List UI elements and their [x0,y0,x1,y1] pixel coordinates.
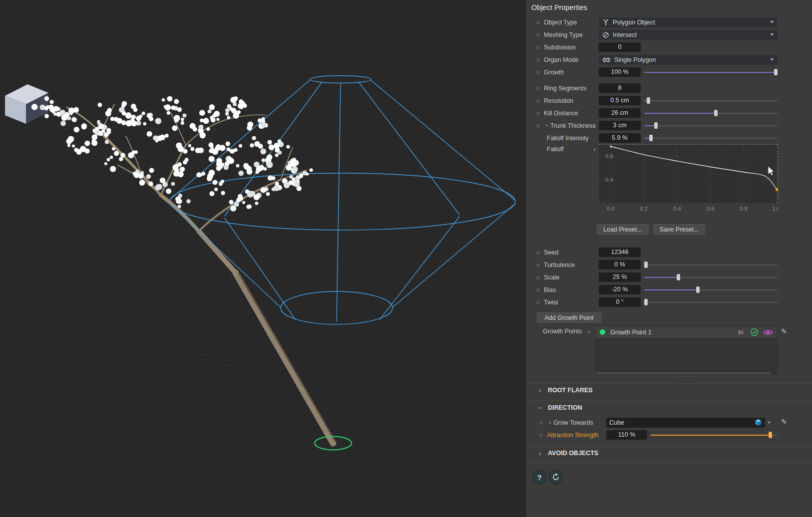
panel-title: Object Properties [526,2,812,16]
trunk-thickness-label: Trunk Thickness [550,122,599,129]
edit-pencil-icon[interactable]: ✎ [781,418,787,425]
kill-distance-input[interactable]: 26 cm [599,108,641,118]
turbulence-slider[interactable] [644,260,778,269]
chevron-down-icon[interactable]: › [544,122,550,129]
scale-slider[interactable] [644,272,778,282]
load-preset-button[interactable]: Load Preset... [597,224,649,235]
y-tick: 0.8 [605,153,613,159]
object-type-label: Object Type [544,19,599,26]
question-mark-icon: ? [537,473,541,482]
chevron-down-icon[interactable] [768,422,771,424]
subdivision-input[interactable]: 0 [599,42,641,52]
twist-input[interactable]: 0 ° [599,297,641,307]
attraction-strength-input[interactable]: 110 % [606,430,647,440]
x-tick: 0.8 [740,206,747,212]
growth-slider[interactable] [644,67,778,77]
reset-button[interactable] [549,470,563,484]
chevron-right-icon[interactable]: › [586,328,592,335]
growth-input[interactable]: 100 % [599,67,641,77]
ring-segments-input[interactable]: 8 [599,83,641,93]
falloff-curve-editor[interactable]: 0.8 0.4 0.0 0.2 0.4 0.6 0.8 1.0 [599,144,778,215]
row-seed: ◇ Seed 12346 [526,246,812,258]
growth-points-group: Growth Points › Growth Point 1 ✎ [526,326,812,371]
kill-distance-slider[interactable] [644,108,778,118]
scene-canvas [0,0,525,517]
turbulence-label: Turbulence [544,261,599,268]
growth-points-list[interactable]: Growth Point 1 [595,326,778,371]
grow-towards-field[interactable]: Cube [606,418,765,428]
help-button[interactable]: ? [532,470,546,484]
row-subdivision: ◇ Subdivision 0 [526,41,812,53]
save-preset-button[interactable]: Save Preset... [653,224,706,235]
intersect-icon [602,31,609,38]
seed-input[interactable]: 12346 [599,248,641,257]
attraction-strength-slider[interactable] [651,430,778,440]
growth-label: Growth [544,69,599,76]
edit-pencil-icon[interactable]: ✎ [781,328,787,335]
row-trunk-thickness: ◇ › Trunk Thickness 3 cm [526,119,812,132]
meshing-type-label: Meshing Type [544,31,599,38]
growth-point-icon [599,329,606,335]
viewport-3d[interactable] [0,0,525,517]
scrollbar-thumb[interactable] [596,372,771,374]
section-direction[interactable]: › DIRECTION [526,401,812,414]
organ-mode-dropdown[interactable]: Single Polygon [599,55,778,65]
resolution-input[interactable]: 0.5 cm [599,96,641,105]
falloff-label: Falloff [547,146,564,153]
trunk-thickness-input[interactable]: 3 cm [599,121,641,130]
section-root-flares[interactable]: › ROOT FLARES [526,384,812,397]
scale-input[interactable]: 25 % [599,272,641,282]
meshing-type-dropdown[interactable]: Intersect [599,30,778,40]
bias-input[interactable]: -20 % [599,285,641,294]
falloff-label-cell: Falloff › [547,144,599,154]
diamond-icon: ◇ [536,70,544,75]
turbulence-input[interactable]: 0 % [599,260,641,269]
growth-points-label-cell: Growth Points › [543,326,595,337]
row-turbulence: ◇ Turbulence 0 % [526,258,812,271]
chevron-down-icon [770,58,774,61]
x-tick: 0.0 [607,206,614,212]
bias-slider[interactable] [644,285,778,294]
visibility-eye-icon[interactable] [763,329,773,336]
horizontal-scrollbar[interactable] [595,372,778,374]
twist-label: Twist [544,299,599,306]
enabled-check-icon[interactable] [750,328,759,336]
row-kill-distance: ◇ Kill Distance 26 cm [526,107,812,119]
diamond-icon: ◇ [536,275,544,280]
polygon-object-icon [602,18,609,26]
row-twist: ◇ Twist 0 ° [526,296,812,308]
attraction-strength-label: Attraction Strength [547,432,606,439]
add-growth-point-button[interactable]: Add Growth Point [537,312,601,323]
row-falloff: Falloff › [526,144,812,217]
resolution-slider[interactable] [644,96,778,105]
diamond-icon: ◇ [536,32,544,37]
section-title: ROOT FLARES [548,387,593,394]
seed-label: Seed [544,249,599,256]
y-tick: 0.4 [605,177,613,183]
wireframe-object[interactable] [170,76,515,325]
diamond-icon: ◇ [536,262,544,267]
x-tick: 1.0 [772,206,778,212]
diamond-icon: ◇ [536,111,544,116]
tree-object[interactable] [67,104,335,443]
hierarchy-icon[interactable] [738,329,746,336]
falloff-intensity-slider[interactable] [644,133,778,143]
trunk-thickness-slider[interactable] [644,121,778,130]
row-falloff-intensity: Falloff Intensity 5.9 % [526,132,812,144]
section-avoid-objects[interactable]: › AVOID OBJECTS [526,447,812,460]
cube-object[interactable] [5,84,48,124]
x-tick: 0.4 [673,206,681,212]
scale-label: Scale [544,274,599,281]
diamond-icon: ◇ [536,287,544,292]
falloff-intensity-input[interactable]: 5.9 % [599,133,641,143]
row-attraction-strength: ◇ Attraction Strength 110 % [526,429,812,441]
curve-startpoint[interactable] [610,146,612,148]
chevron-right-icon[interactable]: › [547,419,553,426]
growth-point-item[interactable]: Growth Point 1 [595,326,777,338]
diamond-icon: ◇ [536,98,544,103]
chevron-right-icon[interactable]: › [591,146,598,153]
twist-slider[interactable] [644,297,778,307]
resize-grip[interactable]: ······ [595,374,778,379]
grow-towards-label: Grow Towards [553,419,606,426]
object-type-dropdown[interactable]: Polygon Object [599,17,778,27]
